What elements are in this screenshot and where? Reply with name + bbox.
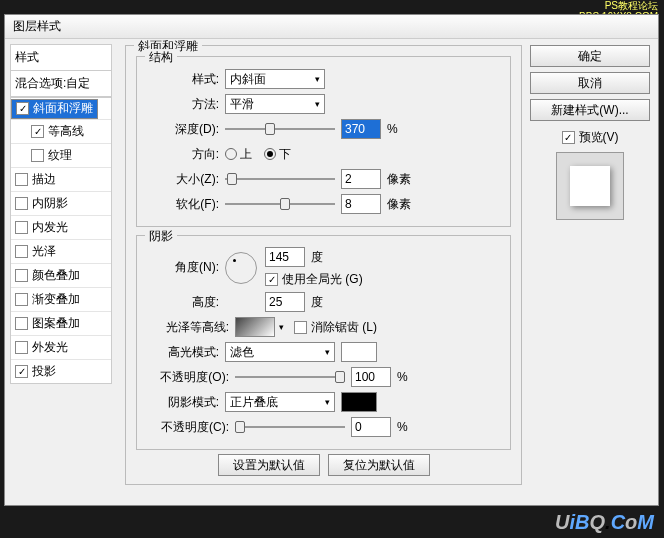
bevel-group: 斜面和浮雕 结构 样式: 内斜面▾ 方法: 平滑▾ bbox=[125, 45, 522, 485]
sidebar-item-10[interactable]: 外发光 bbox=[11, 335, 111, 359]
style-checkbox[interactable] bbox=[15, 341, 28, 354]
shadow-opacity-slider[interactable] bbox=[235, 420, 345, 434]
style-checkbox[interactable] bbox=[15, 221, 28, 234]
shading-box: 阴影 角度(N): 145 度 ✓ 使用全局光 (G) bbox=[136, 235, 511, 450]
chevron-down-icon: ▾ bbox=[325, 397, 330, 407]
style-label: 外发光 bbox=[32, 339, 68, 356]
style-label: 投影 bbox=[32, 363, 56, 380]
style-checkbox[interactable]: ✓ bbox=[16, 102, 29, 115]
shadow-opacity-input[interactable]: 0 bbox=[351, 417, 391, 437]
chevron-down-icon[interactable]: ▾ bbox=[279, 322, 284, 332]
style-checkbox[interactable] bbox=[15, 197, 28, 210]
depth-input[interactable]: 370 bbox=[341, 119, 381, 139]
reset-default-button[interactable]: 复位为默认值 bbox=[328, 454, 430, 476]
style-checkbox[interactable]: ✓ bbox=[15, 365, 28, 378]
highlight-opacity-input[interactable]: 100 bbox=[351, 367, 391, 387]
cancel-button[interactable]: 取消 bbox=[530, 72, 650, 94]
style-label: 斜面和浮雕 bbox=[33, 100, 93, 117]
technique-select[interactable]: 平滑▾ bbox=[225, 94, 325, 114]
sidebar-item-4[interactable]: 内阴影 bbox=[11, 191, 111, 215]
soften-input[interactable]: 8 bbox=[341, 194, 381, 214]
ok-button[interactable]: 确定 bbox=[530, 45, 650, 67]
soften-slider[interactable] bbox=[225, 197, 335, 211]
style-label: 描边 bbox=[32, 171, 56, 188]
size-slider[interactable] bbox=[225, 172, 335, 186]
preview-checkbox[interactable]: ✓ bbox=[562, 131, 575, 144]
brand-watermark: UiBQ.CoM bbox=[555, 511, 654, 534]
structure-box: 结构 样式: 内斜面▾ 方法: 平滑▾ 深度(D): bbox=[136, 56, 511, 227]
highlight-opacity-slider[interactable] bbox=[235, 370, 345, 384]
action-panel: 确定 取消 新建样式(W)... ✓ 预览(V) bbox=[530, 39, 658, 505]
antialias-checkbox[interactable] bbox=[294, 321, 307, 334]
sidebar-item-9[interactable]: 图案叠加 bbox=[11, 311, 111, 335]
angle-control[interactable] bbox=[225, 252, 257, 284]
chevron-down-icon: ▾ bbox=[315, 99, 320, 109]
sidebar-item-3[interactable]: 描边 bbox=[11, 167, 111, 191]
altitude-input[interactable]: 25 bbox=[265, 292, 305, 312]
dialog-title: 图层样式 bbox=[13, 18, 61, 35]
layer-style-dialog: 图层样式 样式 混合选项:自定 ✓斜面和浮雕✓等高线纹理描边内阴影内发光光泽颜色… bbox=[4, 14, 659, 506]
style-label: 等高线 bbox=[48, 123, 84, 140]
angle-input[interactable]: 145 bbox=[265, 247, 305, 267]
size-input[interactable]: 2 bbox=[341, 169, 381, 189]
style-label: 图案叠加 bbox=[32, 315, 80, 332]
shadow-mode-select[interactable]: 正片叠底▾ bbox=[225, 392, 335, 412]
style-label: 内阴影 bbox=[32, 195, 68, 212]
style-checkbox[interactable] bbox=[15, 269, 28, 282]
sidebar-item-1[interactable]: ✓等高线 bbox=[11, 119, 111, 143]
sidebar-header[interactable]: 样式 bbox=[11, 45, 111, 70]
chevron-down-icon: ▾ bbox=[325, 347, 330, 357]
style-label: 纹理 bbox=[48, 147, 72, 164]
blend-options[interactable]: 混合选项:自定 bbox=[10, 71, 112, 97]
depth-slider[interactable] bbox=[225, 122, 335, 136]
sidebar-item-11[interactable]: ✓投影 bbox=[11, 359, 111, 383]
sidebar-item-7[interactable]: 颜色叠加 bbox=[11, 263, 111, 287]
style-label: 内发光 bbox=[32, 219, 68, 236]
style-checkbox[interactable] bbox=[31, 149, 44, 162]
style-checkbox[interactable] bbox=[15, 245, 28, 258]
style-label: 光泽 bbox=[32, 243, 56, 260]
style-checkbox[interactable]: ✓ bbox=[31, 125, 44, 138]
style-label: 颜色叠加 bbox=[32, 267, 80, 284]
make-default-button[interactable]: 设置为默认值 bbox=[218, 454, 320, 476]
direction-up-radio[interactable] bbox=[225, 148, 237, 160]
style-checkbox[interactable] bbox=[15, 173, 28, 186]
sidebar-item-5[interactable]: 内发光 bbox=[11, 215, 111, 239]
preview-swatch bbox=[570, 166, 610, 206]
highlight-color-swatch[interactable] bbox=[341, 342, 377, 362]
global-light-checkbox[interactable]: ✓ bbox=[265, 273, 278, 286]
sidebar-item-6[interactable]: 光泽 bbox=[11, 239, 111, 263]
style-select[interactable]: 内斜面▾ bbox=[225, 69, 325, 89]
preview-box bbox=[556, 152, 624, 220]
style-sidebar: 样式 混合选项:自定 ✓斜面和浮雕✓等高线纹理描边内阴影内发光光泽颜色叠加渐变叠… bbox=[5, 39, 117, 505]
new-style-button[interactable]: 新建样式(W)... bbox=[530, 99, 650, 121]
direction-down-radio[interactable] bbox=[264, 148, 276, 160]
shadow-color-swatch[interactable] bbox=[341, 392, 377, 412]
style-checkbox[interactable] bbox=[15, 317, 28, 330]
gloss-contour-picker[interactable] bbox=[235, 317, 275, 337]
style-label: 渐变叠加 bbox=[32, 291, 80, 308]
sidebar-item-2[interactable]: 纹理 bbox=[11, 143, 111, 167]
titlebar[interactable]: 图层样式 bbox=[5, 15, 658, 39]
sidebar-item-0[interactable]: ✓斜面和浮雕 bbox=[11, 99, 98, 119]
highlight-mode-select[interactable]: 滤色▾ bbox=[225, 342, 335, 362]
sidebar-item-8[interactable]: 渐变叠加 bbox=[11, 287, 111, 311]
settings-panel: 斜面和浮雕 结构 样式: 内斜面▾ 方法: 平滑▾ bbox=[117, 39, 530, 505]
chevron-down-icon: ▾ bbox=[315, 74, 320, 84]
style-checkbox[interactable] bbox=[15, 293, 28, 306]
